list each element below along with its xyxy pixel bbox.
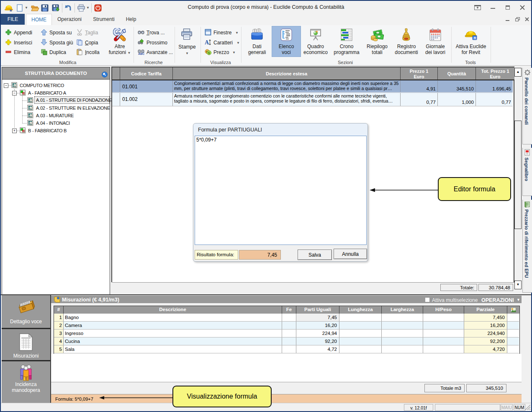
svg-text:R: R (474, 36, 476, 40)
svg-text:ABC: ABC (138, 52, 144, 55)
svg-text:$: $ (208, 51, 210, 55)
svg-text:A: A (205, 39, 209, 46)
